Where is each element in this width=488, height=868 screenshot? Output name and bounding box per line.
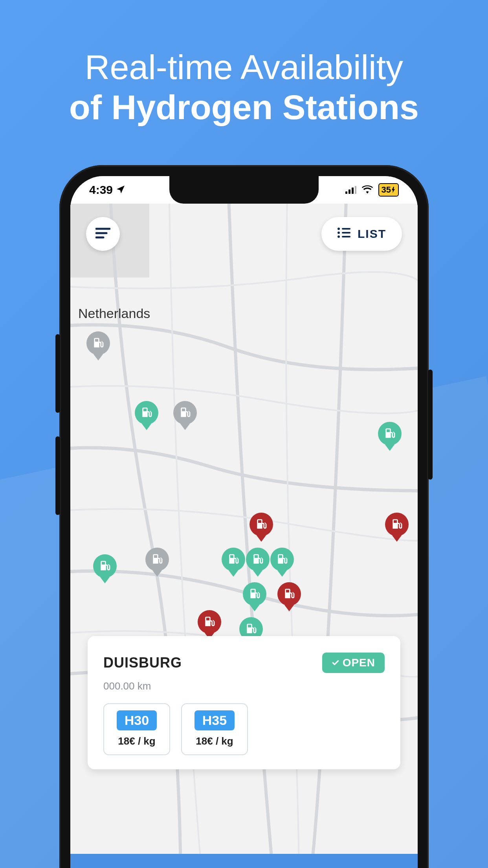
- fuel-pump-icon: [248, 588, 261, 600]
- station-status-badge: OPEN: [322, 653, 385, 673]
- fuel-pump-icon: [92, 337, 105, 349]
- fuel-pump-icon: [99, 560, 111, 572]
- fuel-pump-icon: [203, 616, 216, 628]
- fuel-pump-icon: [383, 427, 396, 440]
- menu-icon: [95, 227, 110, 241]
- fuel-type-badge: H30: [117, 710, 157, 730]
- fuel-pump-icon: [245, 623, 257, 635]
- station-pin[interactable]: [246, 548, 270, 571]
- station-card[interactable]: DUISBURG OPEN 000.00 km H3018€ / kgH3518…: [88, 636, 400, 769]
- phone-frame: 4:39 35: [59, 165, 429, 868]
- svg-point-13: [338, 235, 340, 238]
- list-toggle-button[interactable]: LIST: [321, 217, 402, 251]
- promo-heading: Real-time Availability of Hydrogen Stati…: [0, 47, 488, 127]
- svg-rect-3: [355, 186, 356, 194]
- list-button-label: LIST: [358, 227, 386, 241]
- location-icon: [116, 183, 125, 197]
- station-name: DUISBURG: [103, 655, 182, 671]
- svg-rect-10: [342, 228, 350, 230]
- station-pin[interactable]: [93, 554, 117, 578]
- svg-rect-14: [342, 236, 350, 237]
- fuel-pump-icon: [391, 518, 403, 531]
- fuel-pump-icon: [151, 553, 163, 566]
- svg-rect-1: [349, 189, 350, 194]
- fuel-type-badge: H35: [194, 710, 235, 730]
- station-pin[interactable]: [270, 548, 294, 571]
- svg-rect-0: [345, 191, 347, 194]
- station-pin[interactable]: [198, 610, 221, 634]
- svg-rect-12: [342, 232, 350, 234]
- battery-indicator: 35: [378, 183, 399, 197]
- station-pin[interactable]: [243, 582, 266, 606]
- fuel-pump-icon: [140, 406, 153, 419]
- battery-level: 35: [382, 185, 391, 195]
- fuel-price: 18€ / kg: [118, 735, 155, 747]
- fuel-pump-icon: [283, 588, 295, 600]
- phone-notch: [169, 176, 319, 204]
- fuel-pump-icon: [255, 518, 268, 531]
- station-pin[interactable]: [378, 422, 402, 445]
- station-distance: 000.00 km: [103, 680, 385, 692]
- map-region-label: Netherlands: [78, 306, 150, 321]
- fuel-pump-icon: [251, 553, 264, 566]
- signal-icon: [345, 183, 356, 197]
- fuel-pump-icon: [276, 553, 288, 566]
- station-status-text: OPEN: [343, 657, 375, 669]
- station-pin[interactable]: [173, 401, 197, 425]
- svg-point-11: [338, 232, 340, 234]
- promo-line1: Real-time Availability: [0, 47, 488, 87]
- station-pin[interactable]: [135, 401, 158, 425]
- station-pin[interactable]: [277, 582, 301, 606]
- promo-line2: of Hydrogen Stations: [0, 87, 488, 127]
- station-pin[interactable]: [86, 331, 110, 355]
- fuel-option[interactable]: H3518€ / kg: [181, 703, 248, 755]
- phone-screen: 4:39 35: [70, 176, 418, 868]
- svg-rect-2: [352, 188, 354, 194]
- fuel-pump-icon: [227, 553, 240, 566]
- map-view[interactable]: Netherlands LIST: [70, 204, 418, 868]
- fuel-price: 18€ / kg: [196, 735, 233, 747]
- station-pin[interactable]: [385, 513, 409, 536]
- fuel-pump-icon: [179, 406, 191, 419]
- wifi-icon: [362, 183, 373, 197]
- station-pin[interactable]: [250, 513, 273, 536]
- station-pin[interactable]: [145, 548, 169, 571]
- menu-button[interactable]: [86, 217, 120, 251]
- station-pin[interactable]: [222, 548, 245, 571]
- fuel-option[interactable]: H3018€ / kg: [103, 703, 170, 755]
- status-time: 4:39: [89, 183, 113, 197]
- bottom-bar: [70, 854, 418, 868]
- svg-point-9: [338, 228, 340, 230]
- list-icon: [337, 227, 350, 241]
